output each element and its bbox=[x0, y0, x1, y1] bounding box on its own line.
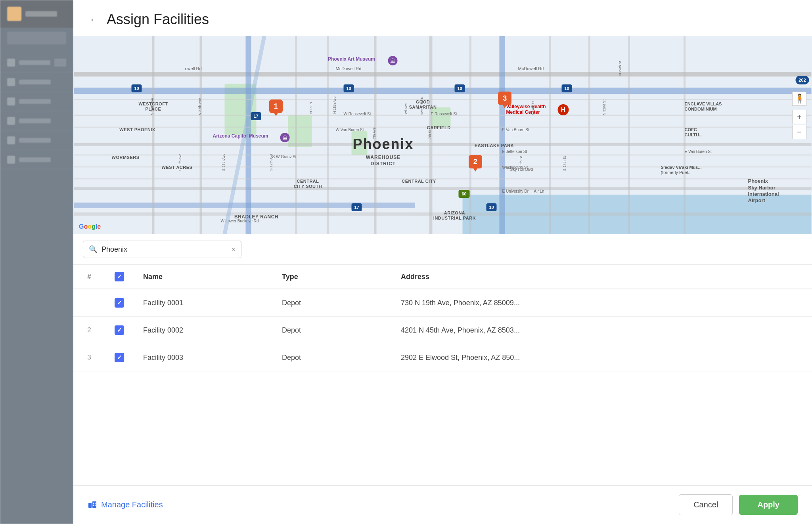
search-input[interactable] bbox=[102, 245, 228, 254]
svg-text:ENCLAVE VILLAS: ENCLAVE VILLAS bbox=[685, 101, 722, 106]
zoom-out-button[interactable]: − bbox=[792, 125, 806, 139]
cancel-button[interactable]: Cancel bbox=[679, 494, 733, 515]
manage-facilities-svg-icon bbox=[88, 499, 97, 509]
sidebar-item-6 bbox=[0, 150, 73, 170]
back-button[interactable]: ← bbox=[89, 14, 100, 25]
row-1-num bbox=[73, 289, 105, 317]
svg-text:N 27th Ave: N 27th Ave bbox=[198, 98, 202, 115]
svg-text:N 1st N: N 1st N bbox=[309, 102, 313, 114]
svg-text:WEST ACRES: WEST ACRES bbox=[162, 165, 193, 170]
apply-button[interactable]: Apply bbox=[739, 495, 798, 515]
row-2-check[interactable]: ✓ bbox=[105, 317, 134, 344]
row-2-checkbox[interactable]: ✓ bbox=[115, 325, 124, 335]
col-header-address: Address bbox=[391, 265, 812, 289]
svg-rect-7 bbox=[74, 143, 812, 146]
sidebar-item-2 bbox=[0, 73, 73, 92]
svg-text:McDowell Rd: McDowell Rd bbox=[518, 66, 544, 71]
modal-footer: Manage Facilities Cancel Apply bbox=[73, 485, 812, 524]
col-header-check[interactable]: ✓ bbox=[105, 265, 134, 289]
svg-text:EASTLAKE PARK: EASTLAKE PARK bbox=[475, 143, 514, 148]
map-container[interactable]: 10 17 10 10 10 202 17 bbox=[73, 36, 812, 234]
svg-text:7th St: 7th St bbox=[428, 130, 432, 139]
row-1-type: Depot bbox=[272, 289, 391, 317]
col-header-type: Type bbox=[272, 265, 391, 289]
svg-text:S W Granv St: S W Granv St bbox=[272, 155, 297, 159]
map-marker-1[interactable]: 1 bbox=[269, 99, 283, 113]
svg-text:McDowell Rd: McDowell Rd bbox=[336, 66, 362, 71]
search-clear-button[interactable]: × bbox=[231, 245, 236, 254]
search-bar: 🔍 × bbox=[83, 241, 241, 258]
svg-text:CENTRAL: CENTRAL bbox=[297, 179, 319, 184]
row-3-checkbox[interactable]: ✓ bbox=[115, 353, 124, 362]
svg-rect-124 bbox=[93, 503, 94, 504]
assign-facilities-modal: ← Assign Facilities bbox=[73, 0, 812, 524]
col-header-num: # bbox=[73, 265, 105, 289]
sidebar-item-3 bbox=[0, 92, 73, 111]
svg-text:E Jefferson St: E Jefferson St bbox=[502, 149, 527, 154]
svg-text:10: 10 bbox=[134, 86, 139, 91]
row-3-check[interactable]: ✓ bbox=[105, 344, 134, 371]
sidebar-item-5 bbox=[0, 131, 73, 150]
table-body: ✓ Facility 0001 Depot 730 N 19th Ave, Ph… bbox=[73, 289, 812, 371]
modal-header: ← Assign Facilities bbox=[73, 0, 812, 36]
select-all-checkbox[interactable]: ✓ bbox=[115, 272, 124, 281]
svg-rect-10 bbox=[74, 88, 812, 94]
row-2-address: 4201 N 45th Ave, Phoenix, AZ 8503... bbox=[391, 317, 812, 344]
svg-rect-122 bbox=[92, 501, 96, 508]
manage-facilities-button[interactable]: Manage Facilities bbox=[88, 499, 163, 511]
svg-text:CONDOMINIUM: CONDOMINIUM bbox=[685, 107, 717, 111]
row-1-check[interactable]: ✓ bbox=[105, 289, 134, 317]
svg-rect-9 bbox=[74, 212, 812, 216]
manage-facilities-label: Manage Facilities bbox=[101, 500, 163, 509]
svg-text:🏛: 🏛 bbox=[283, 135, 287, 141]
svg-text:E Van Buren St: E Van Buren St bbox=[502, 128, 529, 132]
svg-rect-2 bbox=[288, 115, 312, 147]
svg-text:WEST PHOENIX: WEST PHOENIX bbox=[119, 127, 155, 132]
svg-text:WORMSERS: WORMSERS bbox=[112, 155, 140, 160]
facilities-icon bbox=[88, 499, 97, 511]
sidebar-search bbox=[0, 28, 73, 48]
svg-text:N 15th Ave: N 15th Ave bbox=[333, 96, 337, 114]
svg-text:INDUSTRIAL PARK: INDUSTRIAL PARK bbox=[433, 216, 476, 220]
svg-text:E Van Buren St: E Van Buren St bbox=[685, 149, 712, 154]
svg-rect-6 bbox=[74, 72, 812, 76]
app-logo bbox=[7, 7, 21, 21]
row-1-checkbox[interactable]: ✓ bbox=[115, 298, 124, 308]
svg-text:E University Dr: E University Dr bbox=[502, 189, 529, 193]
svg-text:60: 60 bbox=[462, 191, 466, 196]
svg-text:ARIZONA: ARIZONA bbox=[444, 210, 465, 215]
table-row: 2 ✓ Facility 0002 Depot 4201 N 45th Ave,… bbox=[73, 317, 812, 344]
svg-text:N 35th Ave: N 35th Ave bbox=[150, 98, 154, 115]
svg-text:10: 10 bbox=[457, 86, 462, 91]
svg-text:S 14th St: S 14th St bbox=[531, 100, 535, 115]
svg-text:W Lower Buckeye Rd: W Lower Buckeye Rd bbox=[221, 219, 259, 223]
row-3-type: Depot bbox=[272, 344, 391, 371]
modal-title: Assign Facilities bbox=[107, 11, 209, 28]
svg-text:10: 10 bbox=[346, 86, 351, 91]
main-content: ← Assign Facilities bbox=[73, 0, 812, 524]
table-row: ✓ Facility 0001 Depot 730 N 19th Ave, Ph… bbox=[73, 289, 812, 317]
svg-text:Air Ln: Air Ln bbox=[534, 189, 544, 193]
svg-rect-123 bbox=[89, 502, 91, 503]
row-1-name: Facility 0001 bbox=[134, 289, 272, 317]
svg-text:S 24th St: S 24th St bbox=[563, 156, 567, 171]
sidebar bbox=[0, 0, 73, 524]
row-2-name: Facility 0002 bbox=[134, 317, 272, 344]
sidebar-item-4 bbox=[0, 111, 73, 131]
map-marker-2[interactable]: 2 bbox=[469, 155, 482, 168]
svg-rect-8 bbox=[74, 187, 812, 190]
svg-text:International: International bbox=[748, 191, 779, 197]
svg-rect-121 bbox=[88, 503, 92, 508]
svg-rect-4 bbox=[431, 107, 451, 127]
svg-text:N 32nd St: N 32nd St bbox=[602, 99, 606, 115]
svg-rect-127 bbox=[95, 505, 96, 506]
svg-text:(formerly Puel...: (formerly Puel... bbox=[661, 170, 692, 175]
zoom-in-button[interactable]: + bbox=[792, 110, 806, 124]
street-view-button[interactable]: 🧍 bbox=[792, 92, 806, 106]
svg-text:CULTU...: CULTU... bbox=[685, 132, 703, 137]
table-row: 3 ✓ Facility 0003 Depot 2902 E Elwood St… bbox=[73, 344, 812, 371]
col-header-name: Name bbox=[134, 265, 272, 289]
svg-text:Arizona Capitol Museum: Arizona Capitol Museum bbox=[213, 133, 268, 139]
svg-text:W Van Buren St: W Van Buren St bbox=[336, 128, 364, 132]
map-marker-3[interactable]: 3 bbox=[498, 92, 511, 105]
